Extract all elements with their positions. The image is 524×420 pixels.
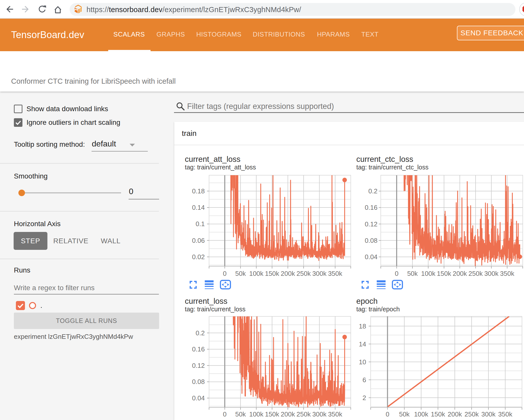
- svg-text:150k: 150k: [431, 410, 445, 418]
- svg-text:300k: 300k: [484, 270, 499, 277]
- svg-text:current_ctc_loss: current_ctc_loss: [356, 155, 413, 164]
- svg-text:150k: 150k: [265, 410, 279, 418]
- svg-text:0.18: 0.18: [192, 187, 205, 195]
- svg-text:epoch: epoch: [356, 297, 377, 306]
- svg-text:250k: 250k: [469, 270, 483, 277]
- svg-text:250k: 250k: [297, 270, 311, 277]
- svg-text:50k: 50k: [399, 410, 410, 418]
- svg-text:current_loss: current_loss: [185, 297, 227, 306]
- svg-text:18: 18: [359, 322, 366, 330]
- svg-text:0.12: 0.12: [192, 362, 205, 369]
- svg-text:current_att_loss: current_att_loss: [185, 155, 241, 164]
- svg-text:0: 0: [223, 410, 226, 418]
- svg-text:200k: 200k: [281, 410, 295, 418]
- svg-text:200k: 200k: [281, 270, 295, 277]
- svg-text:0.06: 0.06: [192, 237, 205, 244]
- svg-text:0.1: 0.1: [196, 220, 205, 228]
- svg-text:350k: 350k: [328, 410, 342, 418]
- svg-text:200k: 200k: [453, 270, 467, 277]
- svg-text:0.2: 0.2: [196, 329, 205, 337]
- svg-text:0.02: 0.02: [192, 253, 205, 261]
- svg-text:100k: 100k: [249, 270, 264, 277]
- svg-text:6: 6: [363, 376, 366, 384]
- svg-text:0: 0: [395, 270, 398, 277]
- svg-text:tag: train/current_att_loss: tag: train/current_att_loss: [185, 164, 256, 171]
- svg-text:300k: 300k: [481, 410, 496, 418]
- svg-text:0.08: 0.08: [365, 237, 377, 244]
- svg-text:0.2: 0.2: [368, 187, 377, 195]
- svg-text:0.08: 0.08: [192, 378, 205, 385]
- svg-text:2: 2: [363, 394, 366, 402]
- svg-text:350k: 350k: [498, 410, 512, 418]
- svg-text:150k: 150k: [437, 270, 451, 277]
- svg-text:tag: train/epoch: tag: train/epoch: [356, 306, 400, 313]
- svg-text:0.04: 0.04: [192, 394, 205, 402]
- svg-text:250k: 250k: [297, 410, 311, 418]
- svg-text:0: 0: [386, 410, 389, 418]
- svg-text:14: 14: [359, 340, 366, 348]
- svg-text:100k: 100k: [249, 410, 264, 418]
- svg-text:0.14: 0.14: [192, 204, 205, 211]
- svg-text:300k: 300k: [312, 270, 327, 277]
- svg-text:200k: 200k: [448, 410, 462, 418]
- svg-text:350k: 350k: [328, 270, 342, 277]
- svg-text:tag: train/current_ctc_loss: tag: train/current_ctc_loss: [356, 164, 428, 171]
- svg-text:300k: 300k: [312, 410, 327, 418]
- svg-text:0.12: 0.12: [365, 220, 377, 228]
- svg-text:0: 0: [223, 270, 226, 277]
- svg-text:50k: 50k: [235, 270, 246, 277]
- svg-text:350k: 350k: [500, 270, 514, 277]
- svg-text:0.16: 0.16: [192, 345, 205, 353]
- svg-text:0.04: 0.04: [365, 253, 377, 261]
- svg-text:250k: 250k: [464, 410, 479, 418]
- svg-text:0.16: 0.16: [365, 204, 377, 211]
- svg-text:150k: 150k: [265, 270, 279, 277]
- svg-text:50k: 50k: [235, 410, 246, 418]
- svg-text:tag: train/current_loss: tag: train/current_loss: [185, 306, 245, 313]
- svg-text:10: 10: [359, 358, 366, 366]
- svg-text:100k: 100k: [421, 270, 435, 277]
- svg-text:50k: 50k: [407, 270, 418, 277]
- svg-text:100k: 100k: [414, 410, 428, 418]
